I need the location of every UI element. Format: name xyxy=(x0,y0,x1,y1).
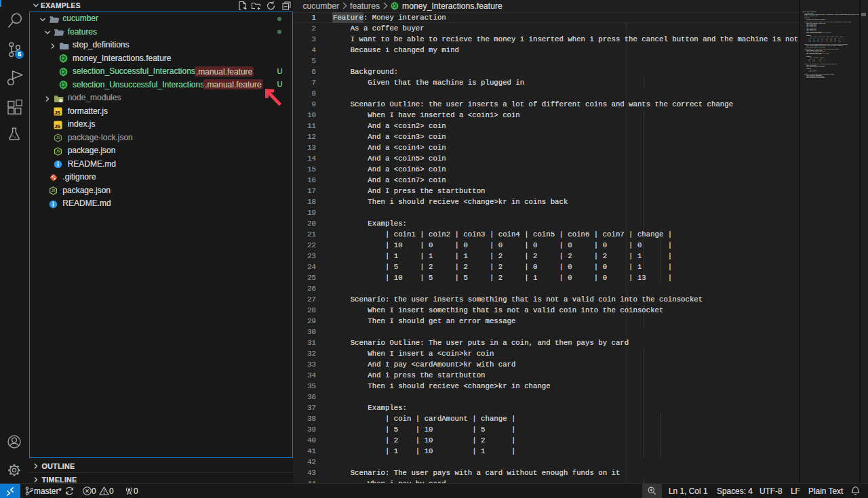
svg-text:JS: JS xyxy=(52,189,56,192)
svg-text:JS: JS xyxy=(56,150,60,153)
svg-text:JS: JS xyxy=(56,136,60,140)
svg-text:JS: JS xyxy=(55,110,61,115)
svg-text:JS: JS xyxy=(55,123,61,128)
